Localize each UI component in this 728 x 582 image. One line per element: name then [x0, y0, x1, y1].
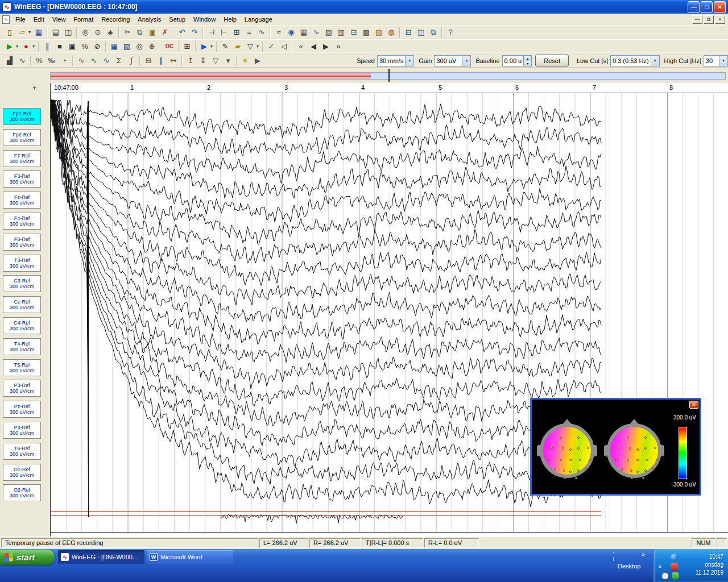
mdi-close-button[interactable]: ×	[715, 15, 725, 24]
search-binoculars-icon[interactable]: ◎	[79, 27, 92, 38]
event-search-icon[interactable]: ◈	[104, 27, 117, 38]
channel-label-f7-ref[interactable]: F7-Ref300 uV/cm	[3, 150, 41, 167]
zoom-mode-icon[interactable]: ◎	[133, 41, 146, 52]
compress-timebase-icon[interactable]: ⊣	[205, 27, 218, 38]
percent-mode-icon[interactable]: %	[33, 55, 46, 66]
security-tray-icon[interactable]	[672, 572, 679, 580]
sound-icon[interactable]: ◁	[278, 41, 290, 52]
snapshot-icon[interactable]: ▣	[66, 41, 78, 52]
dropdown-arrow-icon[interactable]: ▾	[651, 56, 659, 66]
montage-view-icon[interactable]: ▩	[360, 27, 373, 38]
channel-label-o2-ref[interactable]: O2-Ref300 uV/cm	[3, 484, 41, 501]
dropdown-arrow-icon[interactable]: ▾	[462, 56, 470, 66]
menu-edit[interactable]: Edit	[30, 15, 48, 24]
save-icon[interactable]: ▦	[32, 27, 45, 38]
replay-dropdown-icon[interactable]: ▾	[209, 41, 214, 52]
alert-tray-icon[interactable]	[671, 563, 678, 571]
mdi-restore-button[interactable]: ⧉	[704, 15, 714, 24]
plus-icon[interactable]: +	[32, 84, 36, 92]
close-button[interactable]: ×	[714, 1, 726, 13]
channel-label-f4-ref[interactable]: F4-Ref300 uV/cm	[3, 213, 41, 230]
jump-end-icon[interactable]: »	[332, 41, 345, 52]
topomap-close-icon[interactable]: ✕	[689, 401, 698, 409]
topography-map-window[interactable]: ✕ 300.0 uV -300.0 uV	[530, 398, 701, 496]
phase-circle-icon[interactable]: ◔	[58, 55, 71, 66]
sum-sigma-icon[interactable]: Σ	[113, 55, 125, 66]
record-position-bar[interactable]	[50, 72, 726, 80]
amplitude-up-icon[interactable]: ↥	[184, 55, 197, 66]
delete-icon[interactable]: ✗	[159, 27, 171, 38]
channel-label-p4-ref[interactable]: P4-Ref300 uV/cm	[3, 422, 41, 439]
permille-mode-icon[interactable]: ‰	[46, 55, 58, 66]
clock-tray-icon[interactable]	[661, 572, 669, 580]
gain-combobox[interactable]: 300 uV ▾	[434, 55, 471, 66]
wave-alpha-icon[interactable]: ∿	[88, 55, 100, 66]
spin-down-icon[interactable]: ▾	[524, 61, 531, 66]
page-forward-icon[interactable]: ▶	[320, 41, 332, 52]
taskbar-button-word[interactable]: WMicrosoft Word	[147, 550, 233, 564]
reset-button[interactable]: Reset	[535, 55, 569, 66]
video-monitor-icon[interactable]: ▶	[251, 55, 264, 66]
channel-label-fp2-ref[interactable]: Fp2-Ref300 uV/cm	[3, 129, 41, 146]
stimulus-check-icon[interactable]: ✓	[265, 41, 278, 52]
notch-filter-icon[interactable]: ▽	[209, 55, 222, 66]
sweep-icon[interactable]: ↦	[167, 55, 180, 66]
event-marker-icon[interactable]: ▾	[222, 55, 234, 66]
fit-screen-icon[interactable]: ⊞	[230, 27, 243, 38]
copy-icon[interactable]: ⧉	[134, 27, 146, 38]
channel-label-f8-ref[interactable]: F8-Ref300 uV/cm	[3, 234, 41, 251]
overlap-traces-icon[interactable]: ≡	[243, 27, 255, 38]
jump-begin-icon[interactable]: «	[295, 41, 307, 52]
wave-beta-icon[interactable]: ∿	[100, 55, 113, 66]
cascade-windows-icon[interactable]: ⧉	[427, 27, 440, 38]
page-back-icon[interactable]: ◀	[307, 41, 320, 52]
menu-file[interactable]: File	[11, 15, 30, 24]
amplitude-down-icon[interactable]: ↧	[197, 55, 209, 66]
chart-trend-icon[interactable]: ∿	[16, 55, 28, 66]
annotate-pen-icon[interactable]: ✎	[219, 41, 231, 52]
stop-icon[interactable]: ■	[53, 41, 66, 52]
channel-label-f3-ref[interactable]: F3-Ref300 uV/cm	[3, 171, 41, 188]
spectrum-view-icon[interactable]: ≈	[272, 27, 285, 38]
impedance-percent-icon[interactable]: %	[78, 41, 91, 52]
position-marker[interactable]	[388, 69, 390, 82]
record-dropdown-icon[interactable]: ▾	[31, 41, 36, 52]
brain-map-icon[interactable]: ◍	[385, 27, 398, 38]
redo-icon[interactable]: ↷	[188, 27, 201, 38]
tile-vertical-icon[interactable]: ◫	[415, 27, 427, 38]
channel-label-t3-ref[interactable]: T3-Ref300 uV/cm	[3, 255, 41, 272]
photo-stim-icon[interactable]: ✶	[239, 55, 251, 66]
tray-collapse-icon[interactable]: «	[658, 563, 661, 569]
channel-label-pz-ref[interactable]: Pz-Ref300 uV/cm	[3, 401, 41, 418]
report-view-icon[interactable]: ▥	[335, 27, 348, 38]
monitoring-dropdown-icon[interactable]: ▾	[14, 41, 20, 52]
menu-recording[interactable]: Recording	[97, 15, 134, 24]
channel-label-cz-ref[interactable]: Cz-Ref300 uV/cm	[3, 296, 41, 313]
tile-horizontal-icon[interactable]: ⊟	[402, 27, 415, 38]
montage-select-icon[interactable]: ▦	[108, 41, 121, 52]
color-map-icon[interactable]: ▨	[373, 27, 385, 38]
wave-slow-icon[interactable]: ∿	[75, 55, 88, 66]
cut-icon[interactable]: ✂	[121, 27, 134, 38]
artifact-reject-icon[interactable]: ⊘	[91, 41, 104, 52]
channel-label-t5-ref[interactable]: T5-Ref300 uV/cm	[3, 359, 41, 376]
pause-icon[interactable]: ∥	[41, 41, 53, 52]
dual-trace-icon[interactable]: ∥	[155, 55, 167, 66]
toolbar-chevron-icon[interactable]: »	[642, 551, 645, 558]
spin-up-icon[interactable]: ▴	[524, 56, 531, 61]
print-preview-icon[interactable]: ◫	[62, 27, 75, 38]
menu-format[interactable]: Format	[69, 15, 97, 24]
screen-layout-icon[interactable]: ⊞	[181, 41, 193, 52]
mdi-minimize-button[interactable]: —	[692, 15, 702, 24]
channel-label-t6-ref[interactable]: T6-Ref300 uV/cm	[3, 443, 41, 460]
network-tray-icon[interactable]	[671, 554, 678, 561]
numeric-view-icon[interactable]: ⊟	[348, 27, 360, 38]
dropdown-arrow-icon[interactable]: ▾	[405, 56, 413, 66]
highcut-combobox[interactable]: 30 ▾	[704, 55, 728, 66]
topomap-view-icon[interactable]: ◉	[285, 27, 297, 38]
channel-label-t4-ref[interactable]: T4-Ref300 uV/cm	[3, 338, 41, 355]
histogram-icon[interactable]: ▟	[3, 55, 16, 66]
dropdown-arrow-icon[interactable]: ▾	[719, 56, 727, 66]
channel-label-o1-ref[interactable]: O1-Ref300 uV/cm	[3, 464, 41, 481]
map-3d-view-icon[interactable]: ▧	[322, 27, 335, 38]
